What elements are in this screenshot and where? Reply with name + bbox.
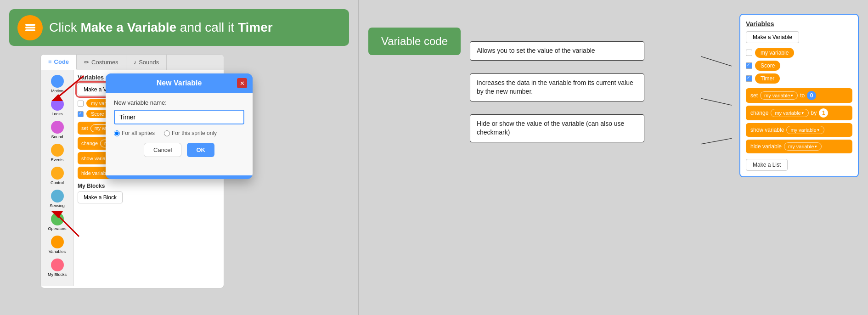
rcp-show-variable-block: show variable my variable	[746, 123, 852, 137]
rcp-row-score: Score	[746, 61, 852, 71]
rcp-set-val: 0	[807, 91, 816, 100]
rcp-hide-variable-block: hide variable my variable	[746, 140, 852, 153]
rcp-score-checkbox[interactable]	[746, 62, 752, 69]
tab-code[interactable]: ≡ Code	[41, 55, 77, 70]
annotations-col: Allows you to set the value of the varia…	[470, 14, 693, 142]
sounds-icon: ♪	[134, 59, 137, 66]
svg-line-5	[701, 98, 732, 105]
rcp-change-dropdown[interactable]: my variable	[771, 109, 808, 117]
costumes-icon: ✏	[84, 59, 89, 66]
tab-sounds[interactable]: ♪ Sounds	[126, 55, 167, 70]
dialog-actions: Cancel OK	[114, 143, 244, 157]
rcp-myvariable-pill: my variable	[755, 48, 794, 58]
myvariable-checkbox[interactable]	[78, 101, 84, 107]
tab-costumes[interactable]: ✏ Costumes	[77, 55, 126, 70]
dialog-input[interactable]	[114, 110, 244, 124]
make-block-button[interactable]: Make a Block	[78, 191, 123, 203]
sidebar-item-operators[interactable]: Operators	[41, 211, 73, 233]
rcp-set-block: set my variable to 0	[746, 88, 852, 103]
rcp-make-variable-button[interactable]: Make a Variable	[746, 31, 799, 43]
dialog-header: New Variable ✕	[106, 73, 253, 93]
connector-lines	[698, 14, 735, 174]
dialog-body: New variable name: For all sprites For t…	[106, 93, 253, 175]
rcp-timer-checkbox[interactable]	[746, 75, 752, 82]
right-panel: Variable code Allows you to set the valu…	[359, 0, 868, 315]
rcp-score-pill: Score	[755, 61, 780, 71]
rcp-change-val: 1	[819, 108, 828, 118]
right-code-panel: Variables Make a Variable my variable Sc…	[739, 14, 859, 177]
svg-line-6	[701, 138, 732, 144]
my-blocks-title: My Blocks	[78, 183, 220, 189]
variables-icon	[17, 15, 43, 40]
dialog-radio-row: For all sprites For this sprite only	[114, 130, 244, 136]
annotation-2: Increases the data in the variable from …	[470, 73, 644, 101]
code-icon: ≡	[48, 58, 52, 65]
dialog-label: New variable name:	[114, 99, 244, 106]
variable-code-label: Variable code	[368, 28, 461, 55]
new-variable-dialog: New Variable ✕ New variable name: For al…	[106, 73, 253, 179]
scratch-tabs: ≡ Code ✏ Costumes ♪ Sounds	[41, 55, 224, 70]
rcp-timer-pill: Timer	[755, 73, 780, 84]
sidebar-item-sound[interactable]: Sound	[41, 119, 73, 141]
rcp-make-list-button[interactable]: Make a List	[746, 159, 788, 171]
rcp-set-dropdown[interactable]: my variable	[760, 91, 798, 100]
sidebar-item-motion[interactable]: Motion	[41, 73, 73, 95]
left-panel: Click Make a Variable and call it Timer …	[0, 0, 358, 315]
score-checkbox[interactable]	[78, 111, 84, 117]
rcp-hide-dropdown[interactable]: my variable	[784, 142, 822, 151]
rcp-change-block: change my variable by 1	[746, 106, 852, 120]
sidebar-item-looks[interactable]: Looks	[41, 96, 73, 118]
ok-button[interactable]: OK	[187, 143, 214, 157]
rcp-row-myvariable: my variable	[746, 48, 852, 58]
rcp-title: Variables	[746, 20, 852, 28]
radio-this-sprite[interactable]: For this sprite only	[164, 130, 217, 136]
cancel-button[interactable]: Cancel	[144, 143, 181, 157]
dialog-close-button[interactable]: ✕	[237, 78, 247, 88]
annotation-1: Allows you to set the value of the varia…	[470, 41, 644, 61]
sidebar-item-control[interactable]: Control	[41, 165, 73, 187]
scratch-sidebar: Motion Looks Sound Events Control	[41, 70, 74, 286]
annotation-3: Hide or show the value of the variable (…	[470, 114, 644, 142]
header-text: Click Make a Variable and call it Timer	[49, 20, 273, 35]
sidebar-item-events[interactable]: Events	[41, 142, 73, 164]
rcp-row-timer: Timer	[746, 73, 852, 84]
rcp-myvariable-checkbox[interactable]	[746, 50, 752, 56]
sidebar-item-myblocks[interactable]: My Blocks	[41, 257, 73, 279]
header-banner: Click Make a Variable and call it Timer	[9, 9, 349, 46]
sidebar-item-sensing[interactable]: Sensing	[41, 188, 73, 210]
sidebar-item-variables[interactable]: Variables	[41, 234, 73, 256]
radio-all-sprites[interactable]: For all sprites	[114, 130, 155, 136]
svg-line-4	[701, 56, 732, 66]
rcp-show-dropdown[interactable]: my variable	[786, 126, 824, 134]
rcp-blocks: set my variable to 0 change my variable …	[746, 88, 852, 153]
